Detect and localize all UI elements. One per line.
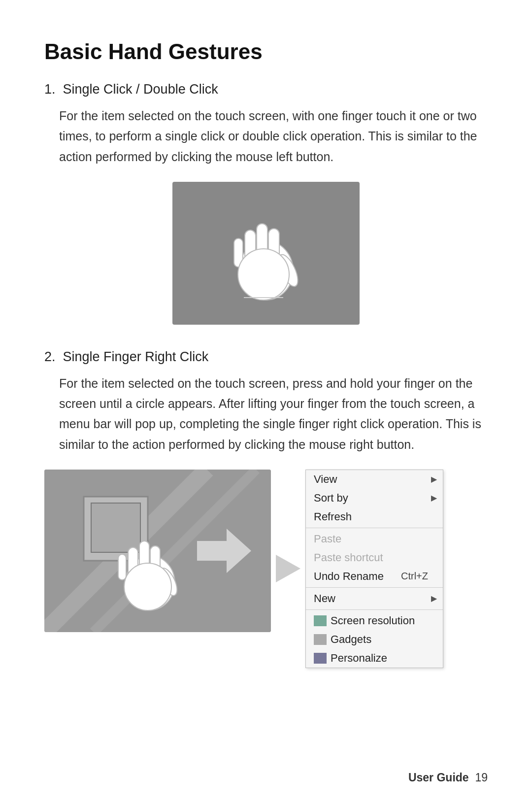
section-single-click: 1. Single Click / Double Click For the i… (44, 82, 488, 325)
menu-item-view[interactable]: View (306, 470, 443, 489)
footer-label: User Guide (408, 771, 469, 784)
svg-point-20 (124, 563, 171, 610)
menu-item-paste-shortcut-label: Paste shortcut (314, 551, 383, 564)
page-title: Basic Hand Gestures (44, 39, 488, 64)
svg-rect-12 (91, 503, 140, 552)
svg-point-6 (238, 249, 289, 300)
menu-separator-3 (306, 609, 443, 610)
right-click-gesture-box (44, 470, 271, 632)
menu-item-gadgets-label: Gadgets (331, 633, 371, 646)
menu-item-undo-rename-label: Undo Rename (314, 570, 384, 583)
menu-item-undo-rename-shortcut: Ctrl+Z (401, 571, 428, 582)
menu-item-refresh[interactable]: Refresh (306, 507, 443, 526)
arrow-container (271, 470, 305, 668)
personalize-icon (314, 653, 327, 664)
menu-item-screen-resolution-label: Screen resolution (331, 614, 415, 627)
menu-separator-2 (306, 587, 443, 588)
right-click-layout: View Sort by Refresh Paste Paste shortcu… (44, 470, 488, 668)
menu-item-paste: Paste (306, 530, 443, 548)
right-arrow-icon (276, 555, 300, 582)
menu-item-view-label: View (314, 473, 337, 486)
menu-item-paste-shortcut: Paste shortcut (306, 548, 443, 567)
section1-body: For the item selected on the touch scree… (59, 106, 488, 167)
section1-title: 1. Single Click / Double Click (44, 82, 488, 97)
menu-item-undo-rename[interactable]: Undo Rename Ctrl+Z (306, 567, 443, 586)
svg-rect-18 (118, 554, 126, 580)
menu-item-sort-by-label: Sort by (314, 492, 348, 505)
screen-resolution-icon (314, 615, 327, 626)
menu-item-personalize[interactable]: Personalize (306, 649, 443, 668)
menu-item-new-label: New (314, 592, 335, 605)
section2-body: For the item selected on the touch scree… (59, 373, 488, 455)
menu-item-gadgets[interactable]: Gadgets (306, 630, 443, 649)
section-right-click: 2. Single Finger Right Click For the ite… (44, 349, 488, 668)
page-content: Basic Hand Gestures 1. Single Click / Do… (0, 0, 532, 732)
menu-item-new[interactable]: New (306, 589, 443, 608)
single-click-image-container (44, 182, 488, 325)
single-click-gesture-box (172, 182, 360, 325)
context-menu: View Sort by Refresh Paste Paste shortcu… (305, 470, 443, 668)
menu-item-screen-resolution[interactable]: Screen resolution (306, 611, 443, 630)
menu-separator-1 (306, 528, 443, 528)
menu-item-paste-label: Paste (314, 533, 341, 545)
footer-page: 19 (475, 771, 488, 784)
menu-item-personalize-label: Personalize (331, 652, 387, 665)
menu-item-sort-by[interactable]: Sort by (306, 489, 443, 507)
section2-title: 2. Single Finger Right Click (44, 349, 488, 365)
footer: User Guide 19 (408, 771, 488, 784)
single-click-hand-icon (224, 202, 308, 305)
gadgets-icon (314, 634, 327, 645)
right-click-illustration (44, 470, 271, 632)
menu-item-refresh-label: Refresh (314, 510, 352, 523)
